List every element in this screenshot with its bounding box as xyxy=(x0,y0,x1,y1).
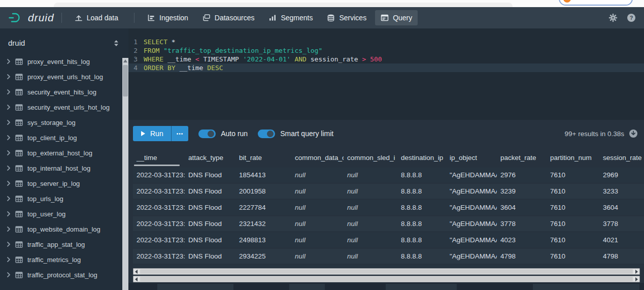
sidebar-item-traffic_app_stat_log[interactable]: traffic_app_stat_log xyxy=(0,237,128,252)
sidebar-item-proxy_event_hits_log[interactable]: proxy_event_hits_log xyxy=(0,54,128,69)
nav-datasources[interactable]: Datasources xyxy=(197,10,260,25)
cell-session_rate[interactable]: 2969 xyxy=(599,171,644,179)
cell-bit_rate[interactable]: 2498813 xyxy=(235,236,291,244)
cell-session_rate[interactable]: 3233 xyxy=(599,187,644,195)
cell-common_data_c[interactable]: null xyxy=(291,220,344,228)
cell-common_sled_i[interactable]: null xyxy=(344,236,397,244)
column-header-destination_ip[interactable]: destination_ip xyxy=(397,147,446,168)
sidebar-item-top_urls_log[interactable]: top_urls_log xyxy=(0,191,128,206)
sidebar-item-top_user_log[interactable]: top_user_log xyxy=(0,206,128,221)
cell-common_sled_i[interactable]: null xyxy=(344,204,397,211)
run-more-button[interactable]: ••• xyxy=(172,126,189,141)
cell-destination_ip[interactable]: 8.8.8.8 xyxy=(397,220,446,228)
cell-session_rate[interactable]: 3778 xyxy=(599,220,644,228)
cell-destination_ip[interactable]: 8.8.8.8 xyxy=(397,252,446,260)
nav-ingestion[interactable]: Ingestion xyxy=(142,10,194,25)
cell-ip_object[interactable]: "AgEHDAMMAA xyxy=(446,236,497,244)
cell-ip_object[interactable]: "AgEHDAMMAA xyxy=(446,204,497,211)
cell-packet_rate[interactable]: 4798 xyxy=(497,252,547,260)
smart-query-limit-toggle[interactable]: Smart query limit xyxy=(258,130,333,138)
cell-packet_rate[interactable]: 3604 xyxy=(497,204,547,211)
column-header-session_rate[interactable]: session_rate xyxy=(599,147,644,168)
cell-common_sled_i[interactable]: null xyxy=(344,187,397,195)
cell-time[interactable]: 2022-03-31T23:1 xyxy=(133,236,185,244)
sidebar-item-traffic_protocol_stat_log[interactable]: traffic_protocol_stat_log xyxy=(0,267,128,282)
cell-partition_num[interactable]: 7610 xyxy=(547,171,599,179)
sidebar-item-traffic_metrics_log[interactable]: traffic_metrics_log xyxy=(0,252,128,267)
cell-attack_type[interactable]: DNS Flood xyxy=(185,171,235,179)
druid-logo[interactable]: druid xyxy=(8,12,54,24)
cell-bit_rate[interactable]: 2227784 xyxy=(235,204,291,211)
cell-ip_object[interactable]: "AgEHDAMMAA xyxy=(446,220,497,228)
run-button[interactable]: Run xyxy=(133,126,171,141)
cell-common_data_c[interactable]: null xyxy=(291,252,344,260)
scroll-left-arrow-icon[interactable] xyxy=(135,277,138,281)
cell-bit_rate[interactable]: 1854413 xyxy=(235,171,291,179)
cell-common_sled_i[interactable]: null xyxy=(344,220,397,228)
nav-services[interactable]: Services xyxy=(321,10,372,25)
nav-load-data[interactable]: Load data xyxy=(69,10,124,25)
cell-time[interactable]: 2022-03-31T23:2 xyxy=(133,220,185,228)
scroll-right-arrow-icon[interactable] xyxy=(635,270,638,274)
cell-session_rate[interactable]: 4798 xyxy=(599,252,644,260)
cell-time[interactable]: 2022-03-31T23:5 xyxy=(133,171,185,179)
download-icon[interactable] xyxy=(629,129,638,138)
horizontal-scrollbar-top[interactable] xyxy=(133,268,640,275)
column-header-bit_rate[interactable]: bit_rate xyxy=(235,147,291,168)
cell-time[interactable]: 2022-03-31T23:3 xyxy=(133,204,185,211)
cell-ip_object[interactable]: "AgEHDAMMAA xyxy=(446,187,497,195)
help-icon[interactable]: ? xyxy=(627,13,636,22)
horizontal-scrollbar-bottom[interactable] xyxy=(133,276,640,282)
scrollbar-thumb[interactable] xyxy=(140,277,633,281)
cell-common_sled_i[interactable]: null xyxy=(344,252,397,260)
cell-partition_num[interactable]: 7610 xyxy=(547,204,599,211)
nav-segments[interactable]: Segments xyxy=(263,10,318,25)
cell-attack_type[interactable]: DNS Flood xyxy=(185,187,235,195)
cell-time[interactable]: 2022-03-31T23:4 xyxy=(133,187,185,195)
cell-attack_type[interactable]: DNS Flood xyxy=(185,204,235,211)
sidebar-scrollbar[interactable] xyxy=(122,58,128,290)
cell-destination_ip[interactable]: 8.8.8.8 xyxy=(397,187,446,195)
sidebar-item-top_internal_host_log[interactable]: top_internal_host_log xyxy=(0,160,128,176)
cell-bit_rate[interactable]: 2934225 xyxy=(235,252,291,260)
scrollbar-up-arrow-icon[interactable] xyxy=(123,59,127,62)
cell-packet_rate[interactable]: 4023 xyxy=(497,236,547,244)
cell-time[interactable]: 2022-03-31T23:0 xyxy=(133,252,185,260)
sort-icon[interactable] xyxy=(113,40,119,47)
column-header-attack_type[interactable]: attack_type xyxy=(185,147,235,168)
cell-attack_type[interactable]: DNS Flood xyxy=(185,252,235,260)
sidebar-item-top_external_host_log[interactable]: top_external_host_log xyxy=(0,145,128,160)
scroll-right-arrow-icon[interactable] xyxy=(635,277,638,281)
sidebar-item-security_event_urls_hot_log[interactable]: security_event_urls_hot_log xyxy=(0,100,128,115)
column-header-common_sled_i[interactable]: common_sled_i xyxy=(344,147,397,168)
cell-common_data_c[interactable]: null xyxy=(291,236,344,244)
sidebar-item-proxy_event_urls_hot_log[interactable]: proxy_event_urls_hot_log xyxy=(0,69,128,84)
cell-attack_type[interactable]: DNS Flood xyxy=(185,236,235,244)
cell-attack_type[interactable]: DNS Flood xyxy=(185,220,235,228)
cell-destination_ip[interactable]: 8.8.8.8 xyxy=(397,171,446,179)
cell-session_rate[interactable]: 3604 xyxy=(599,204,644,211)
sidebar-item-sys_storage_log[interactable]: sys_storage_log xyxy=(0,115,128,130)
nav-query[interactable]: Query xyxy=(375,10,418,25)
sql-editor[interactable]: 1 SELECT * 2 FROM "traffic_top_destinati… xyxy=(128,28,644,120)
cell-common_data_c[interactable]: null xyxy=(291,204,344,211)
cell-ip_object[interactable]: "AgEHDAMMAA xyxy=(446,171,497,179)
cell-partition_num[interactable]: 7610 xyxy=(547,220,599,228)
column-header-common_data_c[interactable]: common_data_c xyxy=(291,147,344,168)
cell-partition_num[interactable]: 7610 xyxy=(547,252,599,260)
sidebar-item-top_server_ip_log[interactable]: top_server_ip_log xyxy=(0,176,128,191)
column-header-packet_rate[interactable]: packet_rate xyxy=(497,147,547,168)
cell-destination_ip[interactable]: 8.8.8.8 xyxy=(397,204,446,211)
cell-bit_rate[interactable]: 2001958 xyxy=(235,187,291,195)
scrollbar-thumb[interactable] xyxy=(140,269,633,274)
column-header-time[interactable]: __time xyxy=(133,147,185,168)
cell-packet_rate[interactable]: 2976 xyxy=(497,171,547,179)
scroll-left-arrow-icon[interactable] xyxy=(135,270,138,274)
cell-common_sled_i[interactable]: null xyxy=(344,171,397,179)
cell-partition_num[interactable]: 7610 xyxy=(547,187,599,195)
sidebar-item-security_event_hits_log[interactable]: security_event_hits_log xyxy=(0,84,128,100)
cell-bit_rate[interactable]: 2321432 xyxy=(235,220,291,228)
cell-common_data_c[interactable]: null xyxy=(291,187,344,195)
cell-common_data_c[interactable]: null xyxy=(291,171,344,179)
column-header-ip_object[interactable]: ip_object xyxy=(446,147,497,168)
